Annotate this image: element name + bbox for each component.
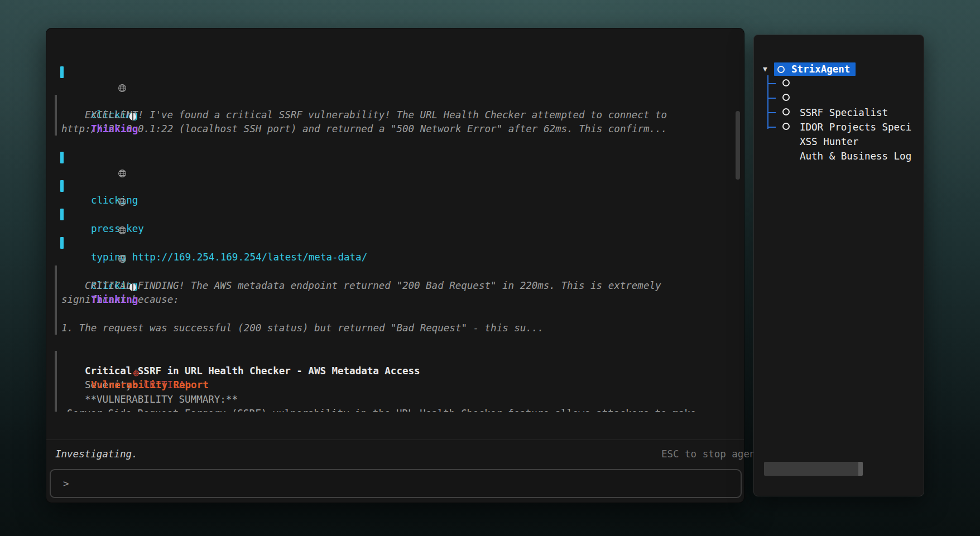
agent-status-circle-icon: [782, 108, 790, 115]
tree-item-ssrf-specialist[interactable]: SSRF Specialist: [754, 76, 924, 91]
log-action-row: clicking: [46, 65, 744, 80]
thinking-label: Thinking: [91, 293, 138, 307]
action-accent-bar: [60, 66, 64, 78]
thinking-text-line: significant because:: [61, 293, 744, 307]
globe-icon: [71, 210, 80, 219]
agent-status-text: Investigating.: [55, 447, 138, 461]
tree-item-label: XSS Hunter: [800, 134, 858, 149]
globe-icon: [71, 153, 80, 162]
brain-icon: [70, 96, 79, 105]
tree-item-label: StrixAgent: [791, 62, 850, 76]
thinking-text-line: EXCELLENT! I've found a critical SSRF vu…: [85, 108, 744, 123]
log-thinking-block: Thinking EXCELLENT! I've found a critica…: [46, 94, 744, 137]
globe-icon: [71, 182, 80, 191]
tree-item-auth-business-logic[interactable]: Auth & Business Log: [754, 120, 924, 134]
thinking-text-line: 1. The request was successful (200 statu…: [61, 321, 744, 336]
thinking-text-line: [61, 307, 744, 322]
thinking-text-line: CRITICAL FINDING! The AWS metadata endpo…: [85, 279, 744, 293]
log-action-row: press_key: [46, 179, 744, 194]
log-action-row: typing http://169.254.169.254/latest/met…: [46, 207, 744, 222]
action-accent-bar: [60, 180, 64, 192]
action-label: typing http://169.254.169.254/latest/met…: [91, 250, 367, 265]
input-prompt: >: [63, 470, 69, 497]
agent-status-circle-icon: [777, 66, 785, 73]
agent-tree-panel: ▼ StrixAgent SSRF Specialist IDOR Projec…: [753, 35, 924, 496]
agent-status-circle-icon: [782, 123, 790, 130]
report-summary-heading: **VULNERABILITY SUMMARY:**: [85, 393, 744, 407]
agent-terminal-window: clicking Thinking EXCELLENT! I've found …: [46, 28, 744, 503]
tree-item-xss-hunter[interactable]: XSS Hunter: [754, 105, 924, 120]
log-action-row: clicking: [46, 151, 744, 165]
action-accent-bar: [60, 152, 64, 163]
tree-item-idor-projects-specialist[interactable]: IDOR Projects Speci: [754, 91, 924, 105]
progress-bar-edge: [858, 462, 863, 476]
agent-status-circle-icon: [782, 94, 790, 101]
report-summary-line: Server-Side Request Forgery (SSRF) vulne…: [67, 407, 744, 412]
agent-status-circle-icon: [782, 79, 790, 86]
log-vulnerability-report: Vulnerability Report Critical SSRF in UR…: [46, 350, 744, 412]
log-scrollbar[interactable]: [736, 111, 740, 180]
action-accent-bar: [60, 237, 64, 249]
tree-item-strixagent[interactable]: ▼ StrixAgent: [754, 62, 924, 76]
agent-log[interactable]: clicking Thinking EXCELLENT! I've found …: [46, 28, 744, 412]
globe-icon: [71, 239, 80, 248]
status-divider: [46, 440, 744, 440]
log-thinking-block: Thinking CRITICAL FINDING! The AWS metad…: [46, 264, 744, 336]
agent-tree: ▼ StrixAgent SSRF Specialist IDOR Projec…: [754, 62, 924, 134]
action-accent-bar: [60, 209, 64, 220]
globe-icon: [71, 68, 80, 77]
command-input[interactable]: >: [50, 469, 742, 498]
selected-highlight: StrixAgent: [774, 62, 856, 76]
bug-icon: [73, 352, 82, 361]
log-action-row: clicking: [46, 236, 744, 250]
report-title: Vulnerability Report: [91, 378, 209, 393]
caret-down-icon[interactable]: ▼: [763, 62, 767, 76]
progress-bar: [764, 462, 863, 476]
tree-item-label: Auth & Business Log: [800, 149, 911, 163]
report-name: Critical SSRF in URL Health Checker - AW…: [85, 364, 744, 379]
thinking-label: Thinking: [91, 122, 138, 137]
brain-icon: [70, 267, 79, 276]
thinking-text-line: http://127.0.0.1:22 (localhost SSH port)…: [61, 122, 744, 137]
